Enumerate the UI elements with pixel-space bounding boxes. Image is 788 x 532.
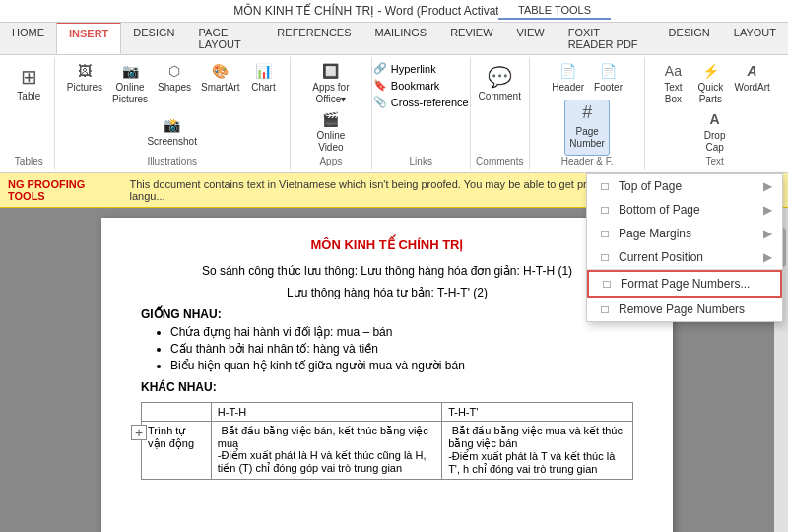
tab-design[interactable]: DESIGN <box>121 23 186 54</box>
top-of-page-icon: □ <box>597 179 613 193</box>
bottom-of-page-label: Bottom of Page <box>619 203 700 217</box>
online-video-button[interactable]: 🎬 OnlineVideo <box>312 109 349 156</box>
doc-subtitle1: So sánh công thức lưu thông: Lưu thông h… <box>141 264 633 278</box>
illustrations-group-label: Illustrations <box>147 156 197 166</box>
footer-button[interactable]: 📄 Footer <box>590 61 626 98</box>
tab-references[interactable]: REFERENCES <box>265 23 362 54</box>
tab-mailings[interactable]: MAILINGS <box>363 23 439 54</box>
ribbon-group-illustrations: 🖼 Pictures 📷 OnlinePictures ⬡ Shapes 🎨 S… <box>55 57 291 170</box>
tab-table-design[interactable]: DESIGN <box>657 23 722 54</box>
page-margins-label: Page Margins <box>619 227 691 240</box>
document-table: H-T-H T-H-T' Trình tự vận động -Bắt đầu … <box>141 402 633 480</box>
wordart-button[interactable]: A WordArt <box>730 61 774 107</box>
pictures-icon: 🖼 <box>78 63 92 80</box>
header-icon: 📄 <box>559 63 576 80</box>
page-number-label: PageNumber <box>569 126 605 150</box>
tab-foxit[interactable]: FOXIT READER PDF <box>557 23 657 54</box>
text-box-icon: Aa <box>665 63 682 80</box>
apps-group-label: Apps <box>319 156 342 166</box>
comment-label: Comment <box>479 91 521 102</box>
online-pictures-icon: 📷 <box>122 63 139 80</box>
footer-icon: 📄 <box>600 63 617 80</box>
dropdown-remove-page-numbers[interactable]: □ Remove Page Numbers <box>587 298 782 321</box>
hyperlink-icon: 🔗 <box>373 62 387 75</box>
tab-insert[interactable]: INSERT <box>56 22 121 54</box>
text-box-label: TextBox <box>664 82 682 105</box>
current-position-icon: □ <box>597 250 613 264</box>
bookmark-label: Bookmark <box>391 80 440 92</box>
tab-view[interactable]: VIEW <box>505 23 557 54</box>
ribbon-group-text: Aa TextBox ⚡ QuickParts A WordArt A Drop… <box>645 57 784 170</box>
smartart-button[interactable]: 🎨 SmartArt <box>197 61 243 113</box>
smartart-label: SmartArt <box>201 82 239 94</box>
hyperlink-button[interactable]: 🔗 Hyperlink <box>369 61 473 76</box>
apps-office-icon: 🔲 <box>322 63 339 80</box>
illustrations-items: 🖼 Pictures 📷 OnlinePictures ⬡ Shapes 🎨 S… <box>63 61 282 156</box>
section2-label: KHÁC NHAU: <box>141 380 633 394</box>
apps-office-button[interactable]: 🔲 Apps forOffice▾ <box>308 61 353 107</box>
screenshot-icon: 📸 <box>164 117 180 134</box>
bottom-of-page-icon: □ <box>597 203 613 217</box>
bookmark-button[interactable]: 🔖 Bookmark <box>369 78 473 93</box>
cross-reference-icon: 📎 <box>373 96 387 108</box>
chart-button[interactable]: 📊 Chart <box>245 61 281 113</box>
dropdown-top-of-page[interactable]: □ Top of Page ▶ <box>587 174 782 198</box>
dropdown-format-page-numbers[interactable]: □ Format Page Numbers... <box>587 270 782 298</box>
dropdown-bottom-of-page[interactable]: □ Bottom of Page ▶ <box>587 198 782 222</box>
pictures-label: Pictures <box>67 82 102 94</box>
links-group-label: Links <box>410 156 432 166</box>
tab-page-layout[interactable]: PAGE LAYOUT <box>187 23 266 54</box>
dropdown-page-margins[interactable]: □ Page Margins ▶ <box>587 222 782 245</box>
header-footer-group-label: Header & F. <box>561 156 614 166</box>
table-cell-col2: -Bắt đầu bằng việc mua và kết thúc bằng … <box>442 421 633 479</box>
pictures-button[interactable]: 🖼 Pictures <box>63 61 106 113</box>
tables-items: ⊞ Table <box>7 61 50 156</box>
page-number-button[interactable]: # PageNumber <box>564 100 610 155</box>
tab-bar: HOME INSERT DESIGN PAGE LAYOUT REFERENCE… <box>0 23 788 55</box>
wordart-icon: A <box>748 63 757 80</box>
table-row: Trình tự vận động -Bắt đầu bằng việc bán… <box>142 421 633 479</box>
bottom-of-page-arrow: ▶ <box>763 203 772 217</box>
drop-cap-button[interactable]: A DropCap <box>697 109 733 156</box>
tab-review[interactable]: REVIEW <box>438 23 504 54</box>
footer-label: Footer <box>594 82 623 94</box>
table-container: + H-T-H T-H-T' Trình tự vận động -Bắt đầ… <box>141 402 633 480</box>
apps-items: 🔲 Apps forOffice▾ 🎬 OnlineVideo <box>298 61 363 156</box>
page-margins-icon: □ <box>597 227 613 240</box>
cross-reference-button[interactable]: 📎 Cross-reference <box>369 95 473 109</box>
online-pictures-button[interactable]: 📷 OnlinePictures <box>108 61 152 113</box>
text-box-button[interactable]: Aa TextBox <box>655 61 690 107</box>
ribbon-group-comments: 💬 Comment Comments <box>471 57 531 170</box>
text-items: Aa TextBox ⚡ QuickParts A WordArt A Drop… <box>653 61 776 156</box>
header-button[interactable]: 📄 Header <box>548 61 588 98</box>
format-page-numbers-icon: □ <box>599 277 615 291</box>
doc-subtitle2: Lưu thông hàng hóa tư bản: T-H-T' (2) <box>141 286 633 299</box>
ribbon-group-header-footer: 📄 Header 📄 Footer # PageNumber Header & … <box>530 57 645 170</box>
tab-bar-right: DESIGN LAYOUT <box>657 23 788 54</box>
chart-icon: 📊 <box>255 63 272 80</box>
comments-group-label: Comments <box>476 156 523 166</box>
table-button[interactable]: ⊞ Table <box>7 61 50 156</box>
tab-table-layout[interactable]: LAYOUT <box>722 23 788 54</box>
shapes-button[interactable]: ⬡ Shapes <box>154 61 195 113</box>
screenshot-button[interactable]: 📸 Screenshot <box>143 115 201 156</box>
table-add-row-button[interactable]: + <box>131 425 147 440</box>
document-title-text: MÔN KINH TẾ CHÍNH TRỊ <box>141 237 633 252</box>
comment-button[interactable]: 💬 Comment <box>473 61 527 156</box>
dropdown-current-position[interactable]: □ Current Position ▶ <box>587 245 782 269</box>
links-side-btns: 🔗 Hyperlink 🔖 Bookmark 📎 Cross-reference <box>369 61 473 109</box>
comment-icon: 💬 <box>488 65 512 89</box>
quick-parts-label: QuickParts <box>698 82 724 105</box>
table-cell-col1: -Bắt đầu bằng việc bán, kết thúc bằng vi… <box>211 421 441 479</box>
remove-page-numbers-label: Remove Page Numbers <box>619 302 745 316</box>
tables-group-label: Tables <box>15 156 43 166</box>
quick-parts-button[interactable]: ⚡ QuickParts <box>692 61 728 107</box>
page-number-icon: # <box>582 102 592 124</box>
chart-label: Chart <box>251 82 275 94</box>
tab-home[interactable]: HOME <box>0 23 56 54</box>
page-number-dropdown: □ Top of Page ▶ □ Bottom of Page ▶ □ Pag… <box>586 173 783 322</box>
online-video-icon: 🎬 <box>322 111 339 128</box>
top-of-page-arrow: ▶ <box>763 179 772 193</box>
list-item: Biểu hiện quan hệ kinh tế giữa người mua… <box>170 359 633 372</box>
table-icon: ⊞ <box>21 65 37 89</box>
